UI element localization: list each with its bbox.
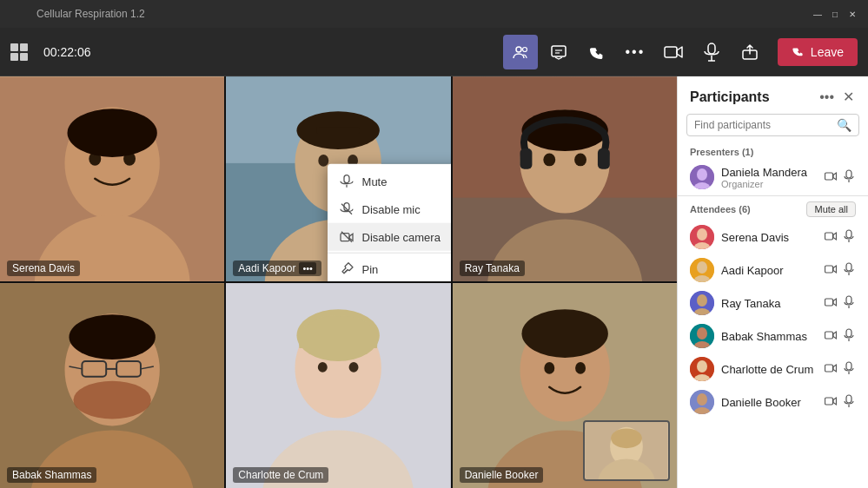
call-timer: 00:22:06	[43, 45, 91, 59]
panel-more-button[interactable]: •••	[818, 88, 836, 107]
aadi-controls	[823, 260, 856, 280]
menu-disable-mic-label: Disable mic	[362, 202, 421, 215]
main-content: Serena Davis Aadi Kapoor •••	[0, 76, 868, 488]
video-cell-babak[interactable]: Babak Shammas	[0, 283, 224, 488]
svg-rect-5	[665, 47, 677, 57]
serena-mic-btn[interactable]	[842, 228, 856, 247]
video-cell-aadi[interactable]: Aadi Kapoor ••• Mute	[226, 76, 450, 281]
list-item-aadi[interactable]: Aadi Kapoor	[678, 254, 868, 287]
presenters-section-label: Presenters (1)	[678, 143, 868, 161]
menu-item-disable-mic[interactable]: Disable mic	[328, 195, 451, 223]
main-toolbar: 00:22:06 •	[0, 28, 868, 76]
call-button[interactable]	[580, 35, 614, 69]
mic-button[interactable]	[694, 35, 729, 69]
serena-camera-btn[interactable]	[823, 228, 838, 247]
chat-button[interactable]	[541, 35, 576, 69]
leave-button[interactable]: Leave	[778, 38, 858, 66]
svg-rect-88	[825, 233, 833, 240]
list-item-danielle[interactable]: Danielle Booker	[678, 386, 868, 419]
charlotte-camera-btn[interactable]	[823, 359, 838, 379]
svg-line-28	[341, 204, 352, 214]
svg-rect-95	[846, 263, 851, 271]
aadi-more-button[interactable]: •••	[299, 262, 316, 274]
svg-point-92	[697, 261, 707, 274]
svg-line-31	[345, 270, 348, 273]
babak-controls	[823, 326, 856, 346]
maximize-button[interactable]: □	[830, 9, 840, 19]
svg-point-72	[544, 362, 554, 374]
charlotte-mic-btn[interactable]	[842, 359, 856, 379]
ray-mic-btn[interactable]	[842, 293, 856, 313]
video-grid: Serena Davis Aadi Kapoor •••	[0, 76, 677, 488]
camera-button[interactable]	[656, 35, 691, 69]
svg-rect-101	[846, 296, 851, 304]
disable-mic-icon	[340, 202, 354, 216]
aadi-camera-btn[interactable]	[823, 260, 838, 280]
menu-item-pin[interactable]: Pin	[328, 255, 451, 281]
svg-point-86	[697, 228, 707, 241]
svg-point-45	[543, 153, 555, 166]
avatar-charlotte	[690, 357, 714, 381]
svg-rect-94	[825, 266, 833, 273]
aadi-mic-btn[interactable]	[842, 260, 856, 280]
list-item-daniela[interactable]: Daniela Mandera Organizer	[678, 161, 868, 194]
video-cell-charlotte[interactable]: Charlotte de Crum	[226, 283, 450, 488]
danielle-mic-btn[interactable]	[842, 392, 856, 412]
list-item-ray[interactable]: Ray Tanaka	[678, 287, 868, 320]
menu-mute-label: Mute	[362, 175, 388, 188]
video-cell-danielle[interactable]: Danielle Booker	[453, 283, 677, 488]
svg-point-46	[574, 153, 586, 166]
attendees-section-label: Attendees (6)	[690, 204, 751, 214]
presenter-subtitle-daniela: Organizer	[721, 179, 816, 189]
avatar-serena	[690, 225, 714, 249]
minimize-button[interactable]: —	[812, 9, 823, 19]
babak-mic-btn[interactable]	[842, 326, 856, 346]
svg-rect-119	[846, 395, 851, 403]
attendee-name-charlotte: Charlotte de Crum	[721, 363, 816, 376]
svg-point-0	[516, 47, 521, 52]
svg-point-98	[697, 294, 707, 307]
attendee-name-aadi: Aadi Kapoor	[721, 264, 816, 277]
svg-point-116	[697, 393, 707, 406]
participant-search-input[interactable]	[694, 119, 832, 131]
toolbar-right: •••	[503, 35, 858, 69]
babak-camera-btn[interactable]	[823, 326, 838, 346]
ray-camera-btn[interactable]	[823, 293, 838, 313]
charlotte-controls	[823, 359, 856, 379]
participants-button[interactable]	[503, 35, 538, 69]
self-view	[583, 420, 670, 481]
list-item-babak[interactable]: Babak Shammas	[678, 320, 868, 353]
close-button[interactable]: ✕	[847, 9, 858, 19]
svg-rect-24	[317, 127, 361, 134]
svg-rect-113	[846, 362, 851, 370]
svg-point-80	[697, 168, 707, 181]
label-aadi: Aadi Kapoor •••	[233, 260, 321, 276]
video-cell-serena[interactable]: Serena Davis	[0, 76, 224, 281]
avatar-daniela	[690, 165, 714, 189]
panel-header: Participants ••• ✕	[678, 76, 868, 114]
mute-all-button[interactable]: Mute all	[806, 201, 856, 217]
panel-header-actions: ••• ✕	[818, 87, 856, 107]
label-danielle: Danielle Booker	[460, 467, 544, 483]
danielle-camera-btn[interactable]	[823, 392, 838, 412]
toolbar-left: 00:22:06	[10, 43, 91, 61]
menu-item-disable-camera[interactable]: Disable camera	[328, 223, 451, 251]
participants-panel: Participants ••• ✕ 🔍 Presenters (1)	[677, 76, 868, 488]
list-item-charlotte[interactable]: Charlotte de Crum	[678, 353, 868, 386]
daniela-mic-btn[interactable]	[842, 168, 856, 188]
panel-close-button[interactable]: ✕	[841, 87, 856, 107]
svg-rect-82	[825, 173, 833, 180]
more-button[interactable]: •••	[618, 35, 653, 69]
serena-controls	[823, 228, 856, 247]
label-serena: Serena Davis	[7, 260, 80, 276]
video-cell-ray[interactable]: Ray Tanaka	[453, 76, 677, 281]
daniela-camera-btn[interactable]	[823, 168, 838, 188]
svg-point-73	[575, 362, 586, 374]
menu-item-mute[interactable]: Mute	[328, 168, 451, 195]
svg-point-110	[697, 360, 707, 373]
share-button[interactable]	[732, 35, 767, 69]
label-ray: Ray Tanaka	[460, 260, 525, 276]
svg-rect-89	[846, 230, 851, 238]
list-item-serena[interactable]: Serena Davis	[678, 221, 868, 254]
svg-rect-112	[825, 365, 833, 372]
